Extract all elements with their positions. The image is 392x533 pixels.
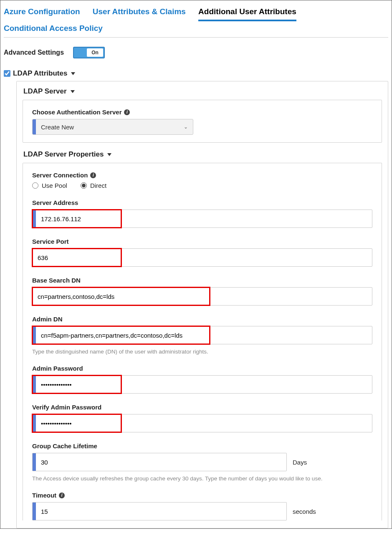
timeout-wrap bbox=[32, 502, 287, 520]
admin-password-input[interactable] bbox=[36, 376, 372, 393]
ldap-panel: LDAP Server Choose Authentication Server… bbox=[16, 81, 388, 528]
choose-auth-server-label: Choose Authentication Server bbox=[32, 109, 121, 116]
ldap-server-properties-title: LDAP Server Properties bbox=[23, 150, 104, 159]
ldap-attributes-checkbox[interactable] bbox=[4, 70, 10, 77]
admin-dn-input[interactable] bbox=[36, 326, 372, 344]
verify-admin-password-wrap bbox=[32, 414, 372, 432]
direct-label: Direct bbox=[90, 182, 106, 189]
admin-dn-helper: Type the distinguished name (DN) of the … bbox=[32, 349, 372, 355]
server-connection-label: Server Connection bbox=[32, 172, 88, 179]
ldap-server-header[interactable]: LDAP Server bbox=[23, 87, 382, 96]
server-address-wrap bbox=[32, 210, 372, 228]
group-cache-lifetime-helper: The Access device usually refreshes the … bbox=[32, 475, 372, 482]
use-pool-label: Use Pool bbox=[42, 182, 67, 189]
service-port-wrap bbox=[32, 248, 372, 267]
accent-bar bbox=[33, 453, 36, 471]
group-cache-lifetime-wrap bbox=[32, 453, 287, 471]
ldap-attributes-title: LDAP Attributes bbox=[13, 69, 67, 78]
tab-conditional-access-policy[interactable]: Conditional Access Policy bbox=[4, 21, 103, 35]
service-port-input[interactable] bbox=[33, 249, 372, 266]
ldap-server-properties-header[interactable]: LDAP Server Properties bbox=[23, 150, 382, 159]
group-cache-lifetime-input[interactable] bbox=[36, 453, 286, 471]
tab-user-attributes-claims[interactable]: User Attributes & Claims bbox=[93, 5, 186, 19]
use-pool-radio[interactable] bbox=[32, 182, 38, 189]
accent-bar bbox=[33, 376, 36, 393]
tab-bar: Azure Configuration User Attributes & Cl… bbox=[4, 4, 388, 38]
group-cache-lifetime-label: Group Cache Lifetime bbox=[32, 442, 372, 450]
verify-admin-password-input[interactable] bbox=[36, 414, 372, 432]
direct-radio[interactable] bbox=[81, 182, 87, 189]
auth-server-select[interactable]: Create New ⌄ bbox=[32, 119, 193, 135]
ldap-server-panel: Choose Authentication Server i Create Ne… bbox=[23, 100, 382, 143]
toggle-knob: On bbox=[87, 48, 103, 57]
server-address-input[interactable] bbox=[36, 210, 372, 227]
tab-azure-configuration[interactable]: Azure Configuration bbox=[4, 5, 80, 19]
chevron-down-icon: ⌄ bbox=[184, 124, 193, 130]
accent-bar bbox=[33, 414, 36, 432]
group-cache-lifetime-unit: Days bbox=[293, 459, 307, 466]
chevron-down-icon bbox=[107, 153, 111, 156]
base-search-dn-input[interactable] bbox=[33, 288, 372, 305]
timeout-label: Timeout bbox=[32, 492, 56, 499]
verify-admin-password-label: Verify Admin Password bbox=[32, 404, 372, 411]
ldap-attributes-header[interactable]: LDAP Attributes bbox=[4, 69, 388, 78]
use-pool-option[interactable]: Use Pool bbox=[32, 182, 67, 189]
admin-dn-label: Admin DN bbox=[32, 316, 372, 323]
ldap-server-title: LDAP Server bbox=[23, 87, 67, 96]
service-port-label: Service Port bbox=[32, 238, 372, 245]
accent-bar bbox=[33, 210, 36, 227]
accent-bar bbox=[33, 326, 36, 344]
admin-dn-wrap bbox=[32, 326, 372, 344]
info-icon[interactable]: i bbox=[124, 109, 130, 115]
info-icon[interactable]: i bbox=[90, 172, 96, 178]
auth-server-value: Create New bbox=[36, 124, 184, 131]
timeout-input[interactable] bbox=[36, 503, 286, 520]
server-address-label: Server Address bbox=[32, 199, 372, 206]
info-icon[interactable]: i bbox=[59, 493, 65, 498]
base-search-dn-label: Base Search DN bbox=[32, 277, 372, 284]
advanced-settings-toggle[interactable]: On bbox=[73, 47, 105, 58]
accent-bar bbox=[33, 119, 36, 134]
timeout-unit: seconds bbox=[293, 508, 316, 515]
base-search-dn-wrap bbox=[32, 287, 372, 306]
admin-password-wrap bbox=[32, 375, 372, 394]
tab-additional-user-attributes[interactable]: Additional User Attributes bbox=[198, 5, 296, 21]
accent-bar bbox=[33, 503, 36, 520]
admin-password-label: Admin Password bbox=[32, 365, 372, 372]
direct-option[interactable]: Direct bbox=[81, 182, 106, 189]
chevron-down-icon bbox=[71, 72, 75, 75]
chevron-down-icon bbox=[71, 90, 75, 93]
advanced-settings-label: Advanced Settings bbox=[4, 49, 64, 56]
ldap-server-properties-panel: Server Connection i Use Pool Direct Serv… bbox=[23, 163, 382, 520]
